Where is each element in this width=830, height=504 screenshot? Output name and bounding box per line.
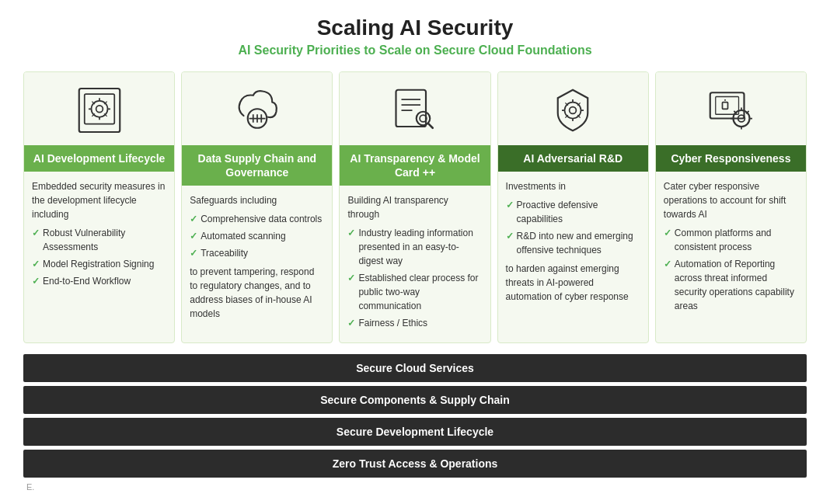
col3-header: AI Transparency & Model Card ++ — [340, 145, 490, 186]
list-item: Automated scanning — [190, 229, 324, 243]
list-item: Robust Vulnerability Assessments — [32, 226, 166, 254]
col3-bullets: Industry leading information presented i… — [347, 226, 482, 330]
col2-intro: Safeguards including — [190, 193, 324, 207]
list-item: End-to-End Workflow — [32, 274, 166, 288]
data-supply-icon — [230, 83, 284, 137]
svg-line-23 — [428, 123, 433, 128]
col2-header: Data Supply Chain and Governance — [182, 145, 332, 186]
ai-dev-icon — [72, 83, 127, 137]
col3-icon-area — [340, 72, 490, 145]
list-item: Fairness / Ethics — [347, 316, 482, 330]
svg-rect-36 — [723, 103, 728, 109]
col-cyber: Cyber Responsiveness Cater cyber respons… — [655, 71, 807, 343]
col5-bullets: Common platforms and consistent process … — [664, 226, 798, 313]
col3-body: Building AI transparency through Industr… — [340, 186, 490, 342]
col5-body: Cater cyber responsive operations to acc… — [656, 172, 806, 342]
col1-header: AI Development Lifecycle — [24, 145, 174, 172]
col1-bullets: Robust Vulnerability Assessments Model R… — [32, 226, 166, 288]
col5-icon-area — [656, 72, 806, 145]
page-title: Scaling AI Security — [23, 16, 807, 40]
list-item: Common platforms and consistent process — [664, 226, 798, 254]
bar-secure-dev: Secure Development Lifecycle — [23, 418, 807, 446]
col1-icon-area — [24, 72, 174, 145]
col2-body: Safeguards including Comprehensive data … — [182, 186, 332, 342]
bar-secure-components: Secure Components & Supply Chain — [23, 386, 807, 414]
col5-header: Cyber Responsiveness — [656, 145, 806, 172]
list-item: Automation of Reporting across threat in… — [664, 257, 798, 313]
col4-body: Investments in Proactive defensive capab… — [498, 172, 648, 342]
list-item: Traceability — [190, 246, 324, 260]
list-item: R&D into new and emerging offensive tech… — [506, 229, 640, 257]
bar-zero-trust: Zero Trust Access & Operations — [23, 450, 807, 478]
col-ai-adversarial: AI Adversarial R&D Investments in Proact… — [497, 71, 649, 343]
list-item: Model Registration Signing — [32, 257, 166, 271]
bar-secure-cloud: Secure Cloud Services — [23, 354, 807, 382]
col2-icon-area — [182, 72, 332, 145]
col2-bullets: Comprehensive data controls Automated sc… — [190, 212, 324, 260]
page-subtitle: AI Security Priorities to Scale on Secur… — [23, 43, 807, 57]
col3-intro: Building AI transparency through — [347, 193, 482, 221]
cyber-responsiveness-icon — [703, 83, 758, 137]
svg-point-29 — [570, 107, 577, 114]
col-ai-transparency: AI Transparency & Model Card ++ Building… — [339, 71, 490, 343]
col4-intro: Investments in — [506, 179, 640, 193]
col4-bullets: Proactive defensive capabilities R&D int… — [506, 198, 640, 257]
col1-intro: Embedded security measures in the develo… — [32, 179, 166, 221]
list-item: Comprehensive data controls — [190, 212, 324, 226]
list-item: Established clear process for public two… — [347, 271, 482, 313]
list-item: Industry leading information presented i… — [347, 226, 482, 268]
columns-container: AI Development Lifecycle Embedded securi… — [23, 71, 807, 343]
col-data-supply: Data Supply Chain and Governance Safegua… — [181, 71, 333, 343]
bottom-bars: Secure Cloud Services Secure Components … — [23, 354, 807, 478]
ai-adversarial-icon — [546, 83, 600, 137]
svg-point-7 — [96, 106, 103, 113]
col5-intro: Cater cyber responsive operations to acc… — [664, 179, 798, 221]
col2-extra: to prevent tampering, respond to regulat… — [190, 265, 324, 321]
col4-icon-area — [498, 72, 648, 145]
col1-body: Embedded security measures in the develo… — [24, 172, 174, 342]
col4-header: AI Adversarial R&D — [498, 145, 648, 172]
ai-transparency-icon — [388, 83, 442, 137]
col4-extra: to harden against emerging threats in AI… — [506, 262, 640, 304]
footer-note: E. — [23, 482, 807, 492]
list-item: Proactive defensive capabilities — [506, 198, 640, 226]
col-ai-dev: AI Development Lifecycle Embedded securi… — [23, 71, 175, 343]
